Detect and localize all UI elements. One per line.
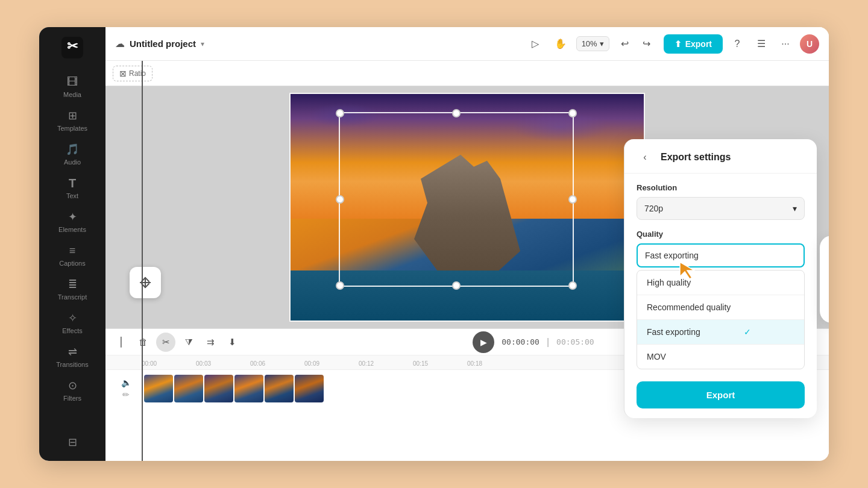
templates-icon: ⊞ <box>66 109 79 122</box>
resolution-value: 720p <box>644 204 663 213</box>
clip-5[interactable] <box>265 375 294 402</box>
select-tool-btn[interactable]: ▷ <box>526 34 545 54</box>
quality-option-high[interactable]: High quality <box>637 271 804 295</box>
content-area: ⊠ Ratio <box>105 61 829 461</box>
sidebar-item-templates[interactable]: ⊞ Templates <box>39 103 105 137</box>
list-btn[interactable]: ☰ <box>752 34 771 54</box>
zoom-value: 10% <box>582 39 597 48</box>
ratio-label: Ratio <box>129 69 146 78</box>
ratio-icon: ⊠ <box>119 69 127 78</box>
quality-label: Quality <box>637 230 805 239</box>
zoom-select[interactable]: 10% ▾ <box>576 36 609 51</box>
canvas-panel: ⊠ Ratio <box>105 61 829 328</box>
sidebar-item-filters[interactable]: ⊙ Filters <box>39 373 105 407</box>
quality-option-fast[interactable]: Fast exporting ✓ <box>637 320 804 345</box>
quality-option-mov-label: MOV <box>647 352 666 361</box>
resolution-label: Resolution <box>637 183 805 192</box>
video-background <box>291 94 644 321</box>
sidebar-item-effects[interactable]: ✧ Effects <box>39 305 105 339</box>
speed-tool[interactable]: ⇉ <box>202 334 219 351</box>
transitions-icon: ⇌ <box>66 345 79 358</box>
help-btn[interactable]: ? <box>728 34 747 54</box>
sidebar-item-text[interactable]: T Text <box>39 170 105 204</box>
export-back-button[interactable]: ‹ <box>637 149 653 166</box>
sidebar-item-label: Elements <box>58 226 86 233</box>
clip-4[interactable] <box>234 375 263 402</box>
more-btn[interactable]: ··· <box>776 34 795 54</box>
topbar-center: ▷ ✋ 10% ▾ ↩ ↪ <box>526 34 656 54</box>
sidebar-item-media[interactable]: 🎞 Media <box>39 69 105 103</box>
sidebar-item-label: Media <box>63 91 81 98</box>
main-area: ☁ Untitled project ▾ ▷ ✋ 10% ▾ ↩ ↪ ⬆ <box>105 27 829 461</box>
clip-3[interactable] <box>204 375 233 402</box>
topbar-right: ⬆ Export ? ☰ ··· U <box>664 34 819 54</box>
sidebar-item-transitions[interactable]: ⇌ Transitions <box>39 339 105 373</box>
quality-option-recommended-label: Recommended quality <box>647 302 731 312</box>
sidebar-item-label: Audio <box>64 158 81 166</box>
ruler-mark-2: 00:06 <box>250 360 304 367</box>
sidebar-item-captions[interactable]: ≡ Captions <box>39 238 105 272</box>
hand-tool-btn[interactable]: ✋ <box>551 34 570 54</box>
quality-option-mov[interactable]: MOV <box>637 345 804 369</box>
mute-btn[interactable]: 🔈 <box>121 378 131 387</box>
sidebar-item-label: Captions <box>59 260 85 267</box>
export-btn-label: Export <box>685 39 712 49</box>
export-button[interactable]: ⬆ Export <box>664 34 723 54</box>
resolution-select[interactable]: 720p ▾ <box>637 197 805 220</box>
filters-icon: ⊙ <box>66 379 79 392</box>
quality-option-recommended[interactable]: Recommended quality <box>637 295 804 320</box>
sidebar-item-label: Transitions <box>56 361 88 368</box>
media-icon: 🎞 <box>66 75 79 89</box>
text-icon: T <box>66 177 79 190</box>
app-logo: ✂ <box>59 34 86 61</box>
transcript-icon: ≣ <box>66 278 79 291</box>
split-tool[interactable]: ⎮ <box>113 334 130 351</box>
fit-fill-button[interactable] <box>130 267 161 298</box>
capcut-brand-badge <box>820 236 829 323</box>
edit-btn[interactable]: ✏ <box>122 390 130 399</box>
export-panel-body: Resolution 720p ▾ Quality Fast exporting <box>624 174 817 379</box>
sidebar-item-audio[interactable]: 🎵 Audio <box>39 137 105 170</box>
play-button[interactable]: ▶ <box>473 331 494 353</box>
quality-input[interactable]: Fast exporting <box>637 243 805 267</box>
sidebar-item-label: Transcript <box>58 293 87 301</box>
panel-export-button[interactable]: Export <box>637 381 805 408</box>
chevron-down-icon[interactable]: ▾ <box>201 40 204 48</box>
clip-6[interactable] <box>295 375 324 402</box>
current-time: 00:00:00 <box>502 337 539 346</box>
canvas-toolbar: ⊠ Ratio <box>105 61 829 86</box>
export-upload-icon: ⬆ <box>675 39 682 49</box>
clip-1[interactable] <box>144 375 173 402</box>
sidebar-item-settings[interactable]: ⊟ <box>66 430 79 454</box>
topbar: ☁ Untitled project ▾ ▷ ✋ 10% ▾ ↩ ↪ ⬆ <box>105 27 829 61</box>
ruler-mark-3: 00:09 <box>304 360 359 367</box>
project-title[interactable]: Untitled project <box>130 39 196 49</box>
delete-tool[interactable]: 🗑 <box>134 334 151 351</box>
playhead[interactable] <box>142 61 143 461</box>
sidebar-item-transcript[interactable]: ≣ Transcript <box>39 272 105 305</box>
user-avatar[interactable]: U <box>800 34 819 54</box>
export-panel-title: Export settings <box>661 152 731 163</box>
trim-tool[interactable]: ⧩ <box>180 334 197 351</box>
water <box>291 271 644 321</box>
quality-option-fast-label: Fast exporting <box>647 327 700 337</box>
audio-icon: 🎵 <box>66 143 79 156</box>
captions-icon: ≡ <box>66 244 79 257</box>
ruler-mark-5: 00:15 <box>413 360 467 367</box>
undo-btn[interactable]: ↩ <box>615 34 635 54</box>
ruler-mark-1: 00:03 <box>196 360 250 367</box>
time-separator: | <box>547 337 549 348</box>
ruler-mark-6: 00:18 <box>467 360 521 367</box>
ratio-button[interactable]: ⊠ Ratio <box>113 66 153 81</box>
crop-tool[interactable]: ✂ <box>156 333 175 352</box>
redo-btn[interactable]: ↪ <box>637 34 656 54</box>
quality-option-high-label: High quality <box>647 278 691 287</box>
video-frame <box>289 93 645 322</box>
svg-text:✂: ✂ <box>67 39 78 54</box>
track-controls: 🔈 ✏ <box>113 378 139 399</box>
sidebar-item-label: Filters <box>63 395 81 402</box>
sidebar-item-elements[interactable]: ✦ Elements <box>39 204 105 238</box>
export-tool[interactable]: ⬇ <box>224 334 241 351</box>
sidebar-item-label: Text <box>66 192 78 199</box>
clip-2[interactable] <box>174 375 203 402</box>
